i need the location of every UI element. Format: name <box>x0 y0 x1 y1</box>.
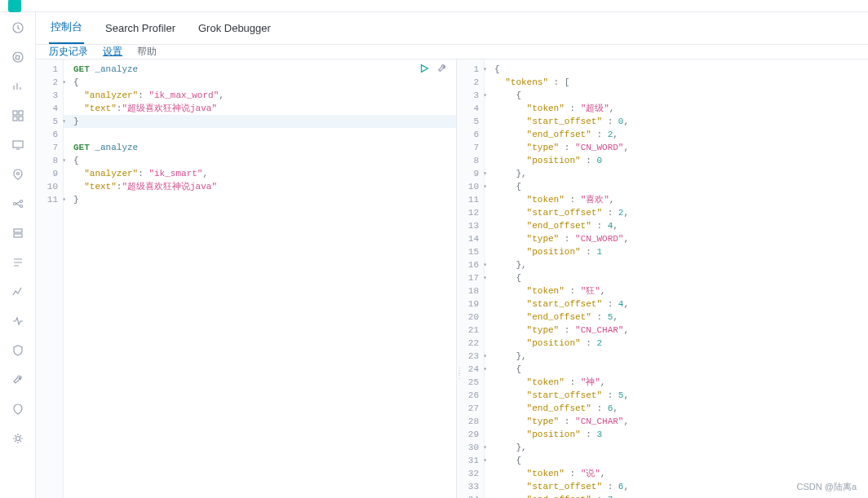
logs-icon[interactable] <box>11 255 25 270</box>
maps-icon[interactable] <box>11 167 25 182</box>
tab-row: 控制台 Search Profiler Grok Debugger <box>36 12 868 45</box>
tab-console[interactable]: 控制台 <box>49 11 84 44</box>
apm-icon[interactable] <box>11 284 25 299</box>
svg-point-7 <box>16 173 19 175</box>
code-right[interactable]: { "tokens" : [ { "token" : "超级", "start_… <box>485 59 868 498</box>
main: 控制台 Search Profiler Grok Debugger 历史记录 设… <box>36 12 868 498</box>
svg-rect-12 <box>14 234 22 237</box>
svg-rect-6 <box>13 141 23 148</box>
code-left[interactable]: GET _analyze{ "analyzer": "ik_max_word",… <box>64 59 456 498</box>
svg-rect-3 <box>19 111 23 115</box>
watermark: CSDN @陆离a <box>796 481 857 493</box>
layout: 控制台 Search Profiler Grok Debugger 历史记录 设… <box>0 12 868 498</box>
history-link[interactable]: 历史记录 <box>49 45 88 59</box>
settings-link[interactable]: 设置 <box>103 45 122 59</box>
response-viewer: ⋮⋮ 1234567891011121314151617181920212223… <box>456 59 868 498</box>
svg-rect-4 <box>13 117 17 121</box>
svg-rect-5 <box>19 117 23 121</box>
uptime-icon[interactable] <box>11 314 25 328</box>
request-editor[interactable]: 1234567891011 GET _analyze{ "analyzer": … <box>36 59 456 498</box>
ml-icon[interactable] <box>11 196 25 211</box>
svg-rect-11 <box>14 229 22 232</box>
svg-point-10 <box>20 205 22 208</box>
svg-point-9 <box>20 201 22 203</box>
dashboard-icon[interactable] <box>11 108 25 123</box>
help-link[interactable]: 帮助 <box>137 45 157 59</box>
side-nav <box>0 12 36 498</box>
visualize-icon[interactable] <box>11 79 25 94</box>
discover-icon[interactable] <box>11 50 25 64</box>
tab-search-profiler[interactable]: Search Profiler <box>104 14 177 44</box>
svg-point-8 <box>13 203 16 205</box>
siem-icon[interactable] <box>11 343 25 358</box>
run-controls <box>418 63 448 74</box>
canvas-icon[interactable] <box>11 138 25 152</box>
svg-rect-2 <box>13 111 17 115</box>
sub-row: 历史记录 设置 帮助 <box>36 45 868 59</box>
recent-icon[interactable] <box>11 20 25 35</box>
svg-point-1 <box>13 52 23 62</box>
gutter-left: 1234567891011 <box>36 59 64 498</box>
gutter-right: 1234567891011121314151617181920212223242… <box>457 59 485 498</box>
send-request-icon[interactable] <box>418 63 430 74</box>
monitoring-icon[interactable] <box>11 402 25 416</box>
svg-point-13 <box>16 437 20 441</box>
top-bar <box>0 0 868 12</box>
wrench-icon[interactable] <box>436 63 448 74</box>
management-icon[interactable] <box>11 431 25 446</box>
editor-panes: 1234567891011 GET _analyze{ "analyzer": … <box>36 59 868 498</box>
devtools-icon[interactable] <box>11 372 25 387</box>
app-logo-icon <box>8 0 21 12</box>
infra-icon[interactable] <box>11 226 25 240</box>
tab-grok-debugger[interactable]: Grok Debugger <box>197 14 272 44</box>
